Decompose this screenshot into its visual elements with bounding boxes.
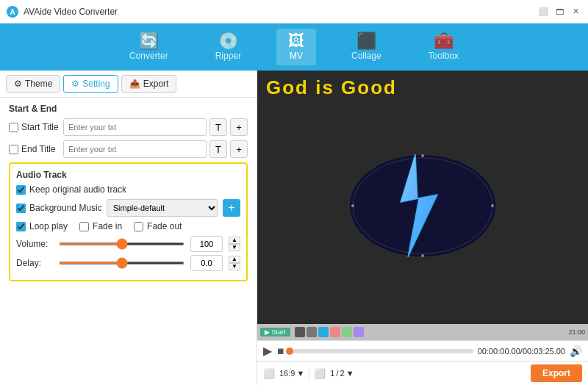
svg-point-7 — [491, 204, 494, 207]
export-button[interactable]: Export — [531, 364, 582, 382]
export-tab-icon: 📤 — [129, 79, 140, 89]
fade-out-checkbox[interactable] — [134, 222, 143, 231]
delay-slider[interactable] — [59, 262, 184, 265]
toolbox-icon: 🧰 — [434, 33, 453, 49]
main-layout: ⚙ Theme ⚙ Setting 📤 Export Start & End S… — [0, 71, 588, 385]
audio-track-title: Audio Track — [16, 170, 240, 180]
taskbar-start-btn[interactable]: ▶ Start — [260, 328, 290, 337]
preview-taskbar: ▶ Start 21:00 — [257, 324, 588, 340]
nav-converter[interactable]: 🔄 Converter — [118, 29, 180, 65]
start-title-label: Start Title — [9, 122, 60, 132]
page-select[interactable]: 1/2 ▼ — [330, 369, 354, 378]
nav-mv[interactable]: 🖼 MV — [276, 29, 316, 65]
end-title-row: End Title T + — [9, 140, 248, 158]
tab-theme[interactable]: ⚙ Theme — [6, 75, 60, 93]
nav-toolbox-label: Toolbox — [429, 51, 459, 61]
nav-collage-label: Collage — [351, 51, 381, 61]
left-panel: ⚙ Theme ⚙ Setting 📤 Export Start & End S… — [0, 71, 257, 385]
volume-label: Volume: — [16, 239, 53, 249]
maximize-button[interactable]: 🗖 — [553, 5, 566, 18]
theme-icon: ⚙ — [14, 79, 22, 89]
keep-original-checkbox[interactable] — [16, 185, 26, 195]
close-button[interactable]: ✕ — [569, 5, 582, 18]
taskbar-icon-5 — [342, 327, 352, 337]
taskbar-icon-4 — [330, 327, 340, 337]
delay-label: Delay: — [16, 258, 53, 268]
volume-slider[interactable] — [59, 242, 184, 245]
end-title-checkbox[interactable] — [9, 145, 18, 154]
start-title-add-btn[interactable]: + — [230, 118, 248, 136]
bg-music-label[interactable]: Background Music — [16, 203, 102, 213]
progress-bar[interactable] — [290, 349, 473, 353]
loop-play-label[interactable]: Loop play — [16, 221, 68, 231]
nav-ripper-label: Ripper — [215, 51, 241, 61]
end-title-font-btn[interactable]: T — [209, 140, 227, 158]
delay-spinner: ▲ ▼ — [229, 256, 240, 270]
options-row: Loop play Fade in Fade out — [16, 221, 240, 231]
aspect-ratio-chevron: ▼ — [296, 369, 304, 378]
svg-point-6 — [351, 204, 354, 207]
nav-converter-label: Converter — [129, 51, 168, 61]
nav-toolbox[interactable]: 🧰 Toolbox — [417, 29, 470, 65]
tab-export[interactable]: 📤 Export — [121, 75, 177, 93]
minimize-button[interactable]: ⬜ — [537, 5, 550, 18]
preview-content — [257, 71, 588, 340]
start-title-row: Start Title T + — [9, 118, 248, 136]
taskbar-time: 21:00 — [568, 328, 585, 336]
end-title-input[interactable] — [63, 140, 207, 158]
delay-row: Delay: ▲ ▼ — [16, 255, 240, 271]
nav-collage[interactable]: ⬛ Collage — [340, 29, 393, 65]
volume-up-btn[interactable]: ▲ — [229, 237, 240, 244]
mv-icon: 🖼 — [288, 33, 304, 49]
nav-ripper[interactable]: 💿 Ripper — [204, 29, 253, 65]
end-title-add-btn[interactable]: + — [230, 140, 248, 158]
preview-area: God is Good — [257, 71, 588, 340]
start-end-label: Start & End — [9, 104, 248, 114]
fade-in-label[interactable]: Fade in — [79, 221, 122, 231]
page-chevron: ▼ — [346, 369, 354, 378]
loop-play-checkbox[interactable] — [16, 222, 26, 231]
aspect-ratio-icon: ⬜ — [263, 368, 275, 379]
app-title: AVAide Video Converter — [24, 7, 537, 17]
taskbar-icon-3 — [318, 327, 329, 337]
bg-music-add-btn[interactable]: + — [223, 199, 240, 217]
fade-out-label[interactable]: Fade out — [134, 221, 182, 231]
title-bar: A AVAide Video Converter ⬜ 🗖 ✕ — [0, 0, 588, 24]
tab-theme-label: Theme — [25, 79, 52, 89]
delay-value[interactable] — [190, 255, 223, 271]
setting-icon: ⚙ — [71, 79, 79, 89]
volume-icon[interactable]: 🔊 — [570, 345, 582, 357]
progress-thumb — [286, 348, 293, 355]
bg-music-row: Background Music Simple-default + — [16, 199, 240, 217]
audio-track-box: Audio Track Keep original audio track Ba… — [9, 162, 248, 281]
volume-down-btn[interactable]: ▼ — [229, 244, 240, 251]
tab-export-label: Export — [143, 79, 169, 89]
play-button[interactable]: ▶ — [263, 344, 272, 358]
svg-point-8 — [421, 154, 424, 157]
taskbar-icons — [295, 327, 364, 337]
delay-up-btn[interactable]: ▲ — [229, 256, 240, 263]
volume-value[interactable] — [190, 236, 223, 252]
page-icon: ⬜ — [314, 368, 326, 379]
nav-mv-label: MV — [290, 51, 303, 61]
settings-content: Start & End Start Title T + End Title T … — [0, 98, 257, 385]
app-icon: A — [6, 5, 19, 18]
delay-down-btn[interactable]: ▼ — [229, 263, 240, 270]
tab-setting-label: Setting — [82, 79, 110, 89]
volume-row: Volume: ▲ ▼ — [16, 236, 240, 252]
tab-setting[interactable]: ⚙ Setting — [63, 75, 118, 93]
start-title-font-btn[interactable]: T — [209, 118, 227, 136]
keep-original-label[interactable]: Keep original audio track — [16, 184, 240, 195]
window-controls: ⬜ 🗖 ✕ — [537, 5, 582, 18]
bg-music-select[interactable]: Simple-default — [107, 199, 218, 217]
ripper-icon: 💿 — [218, 33, 238, 49]
converter-icon: 🔄 — [139, 33, 159, 49]
right-panel: God is Good — [257, 71, 588, 385]
bg-music-checkbox[interactable] — [16, 204, 26, 213]
start-title-checkbox[interactable] — [9, 123, 18, 132]
start-title-input[interactable] — [63, 118, 207, 136]
fade-in-checkbox[interactable] — [79, 222, 89, 231]
stop-button[interactable]: ⏹ — [276, 346, 285, 356]
aspect-ratio-select[interactable]: 16:9 ▼ — [279, 369, 304, 378]
format-separator — [309, 367, 309, 379]
